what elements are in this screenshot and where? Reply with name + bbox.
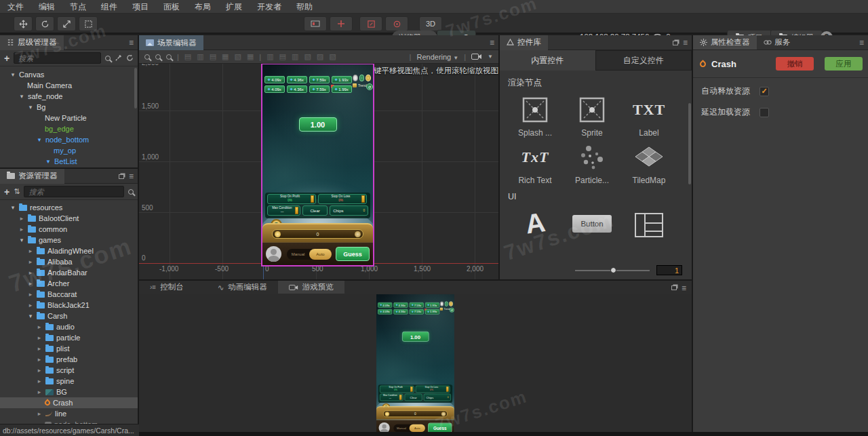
camera-dropdown-icon[interactable]: ▼ xyxy=(488,54,493,60)
bet-amount-bar[interactable]: 0 xyxy=(272,229,363,239)
stepper-icon[interactable] xyxy=(399,395,402,400)
add-asset-button[interactable]: + xyxy=(4,186,9,197)
hierarchy-search-input[interactable] xyxy=(14,52,101,64)
float-panel-icon[interactable] xyxy=(671,285,677,290)
tree-node[interactable]: ▾node_bottom xyxy=(0,134,138,145)
back-button[interactable]: ↺ xyxy=(366,83,373,90)
float-panel-icon[interactable] xyxy=(119,174,124,179)
distribute-gap-icon[interactable]: ▥ xyxy=(292,52,298,61)
tree-node[interactable]: bg_edge xyxy=(0,123,138,134)
chips-button[interactable]: Chips0 xyxy=(424,394,451,401)
history-badge-flagged[interactable]: 1.99x xyxy=(332,85,352,93)
tree-node[interactable]: ▸Baccarat xyxy=(0,289,138,300)
scene-canvas[interactable]: 2,000 1,500 1,000 500 0 -1,000 -500 0 50… xyxy=(139,64,498,279)
tree-node[interactable]: ▸BlackJack21 xyxy=(0,300,138,311)
widget-splash[interactable]: Splash ... xyxy=(507,93,564,138)
revert-button[interactable]: 撤销 xyxy=(776,57,814,71)
manual-option[interactable]: Manual xyxy=(393,424,409,432)
shrink-icon[interactable]: ▧ xyxy=(329,52,336,61)
distribute-h-icon[interactable]: ▥ xyxy=(267,52,273,61)
widget-particle[interactable]: Particle... xyxy=(564,140,620,185)
search-icon[interactable] xyxy=(128,189,134,195)
hand-icon[interactable] xyxy=(355,231,361,237)
auto-option[interactable]: Auto xyxy=(410,424,425,432)
condition-button[interactable]: Max Condition— xyxy=(267,205,300,216)
widget-layout[interactable] xyxy=(620,205,677,238)
tree-node[interactable]: New Particle xyxy=(0,113,138,123)
tree-node[interactable]: ▸common xyxy=(0,224,138,235)
search-icon[interactable] xyxy=(105,56,111,61)
panel-menu-icon[interactable]: ≡ xyxy=(682,283,686,293)
stepper-icon[interactable] xyxy=(361,195,365,203)
tree-node-selected[interactable]: Crash xyxy=(0,397,138,408)
tree-node[interactable]: ▾games xyxy=(0,235,138,245)
menu-file[interactable]: 文件 xyxy=(0,0,31,14)
history-badge[interactable]: 7.59x xyxy=(410,302,424,308)
scene-editor-tab[interactable]: 场景编辑器 xyxy=(139,35,203,50)
expand-v-icon[interactable]: ▨ xyxy=(317,52,323,61)
stepper-icon[interactable] xyxy=(410,387,413,392)
stop-on-loss-button[interactable]: Stop On Loss0% xyxy=(318,194,367,204)
tree-node[interactable]: ▾Bg xyxy=(0,102,138,113)
move-tool-icon[interactable] xyxy=(14,16,33,31)
panel-menu-icon[interactable]: ≡ xyxy=(490,38,494,47)
scale-tool-icon[interactable] xyxy=(57,16,76,31)
sort-icon[interactable]: ⇅ xyxy=(14,187,20,196)
camera-icon[interactable] xyxy=(471,53,482,60)
tab-properties-inspector[interactable]: 属性检查器 xyxy=(693,35,757,49)
rect-tool-icon[interactable] xyxy=(79,16,98,31)
tree-node[interactable]: ▾Canvas xyxy=(0,69,138,80)
language-icon[interactable] xyxy=(445,302,448,306)
menu-project[interactable]: 项目 xyxy=(125,0,156,14)
tab-custom-widgets[interactable]: 自定义控件 xyxy=(595,50,692,71)
menu-extension[interactable]: 扩展 xyxy=(218,0,250,14)
tree-node[interactable]: ▸plist xyxy=(0,343,138,354)
float-panel-icon[interactable] xyxy=(673,41,678,45)
rendering-dropdown[interactable]: Rendering ▼ xyxy=(416,53,458,61)
tree-node[interactable]: ▾BetList xyxy=(0,156,138,167)
widget-ui-a[interactable]: A xyxy=(507,205,564,238)
mode-3d-button[interactable]: 3D xyxy=(419,16,442,31)
zoom-out-icon[interactable] xyxy=(155,54,161,60)
tab-builtin-widgets[interactable]: 内置控件 xyxy=(500,50,595,71)
tree-node[interactable]: my_op xyxy=(0,145,138,156)
menu-help[interactable]: 帮助 xyxy=(289,0,320,14)
widget-button[interactable]: Button xyxy=(564,205,620,238)
tree-node[interactable]: ▾resources xyxy=(0,202,138,213)
history-badge[interactable]: 4.09x xyxy=(378,302,392,308)
language-icon[interactable] xyxy=(359,75,365,81)
hierarchy-tab[interactable]: 层级管理器 xyxy=(0,35,64,50)
widget-sprite[interactable]: Sprite xyxy=(564,93,620,138)
tree-node[interactable]: ▸line xyxy=(0,408,138,419)
tab-console[interactable]: ›≡ 控制台 xyxy=(139,281,195,294)
panel-menu-icon[interactable]: ≡ xyxy=(129,38,134,47)
tree-node[interactable]: ▸audio xyxy=(0,321,138,332)
align-left-icon[interactable]: ▤ xyxy=(184,52,191,61)
tab-services[interactable]: 服务 xyxy=(757,35,797,49)
stepper-icon[interactable] xyxy=(446,387,449,392)
apply-button[interactable]: 应用 xyxy=(825,57,863,71)
picker-icon[interactable] xyxy=(115,54,122,62)
stop-on-profit-button[interactable]: Stop On Profit0% xyxy=(267,194,316,204)
history-badge[interactable]: 7.59x xyxy=(309,76,330,83)
align-right-icon[interactable]: ▤ xyxy=(210,52,216,61)
stop-on-profit-button[interactable]: Stop On Profit0% xyxy=(380,386,414,393)
menu-edit[interactable]: 编辑 xyxy=(31,0,62,14)
history-badge[interactable]: 4.09x xyxy=(264,85,285,93)
tree-node[interactable]: ▾safe_node xyxy=(0,91,138,102)
history-badge[interactable]: 7.59x xyxy=(410,309,424,315)
assets-search-input[interactable] xyxy=(24,186,124,197)
rank-icon[interactable] xyxy=(440,302,443,306)
crash-game[interactable]: 4.09x 4.36x 7.59x 1.93x 4.09x 4.36x 7.59… xyxy=(376,294,454,436)
condition-button[interactable]: Max Condition— xyxy=(380,394,403,401)
add-node-button[interactable]: + xyxy=(4,53,9,64)
menu-node[interactable]: 节点 xyxy=(62,0,94,14)
history-badge[interactable]: 1.93x xyxy=(425,302,439,308)
history-badge[interactable]: 4.36x xyxy=(287,76,307,83)
align-hcenter-icon[interactable]: ▥ xyxy=(197,52,203,61)
widget-tiledmap[interactable]: TiledMap xyxy=(620,140,677,185)
tree-node[interactable]: ▸prefab xyxy=(0,354,138,365)
zoom-value-input[interactable] xyxy=(656,265,682,275)
align-bottom-icon[interactable]: ▦ xyxy=(247,52,254,61)
tab-game-preview[interactable]: 游戏预览 xyxy=(278,281,344,294)
